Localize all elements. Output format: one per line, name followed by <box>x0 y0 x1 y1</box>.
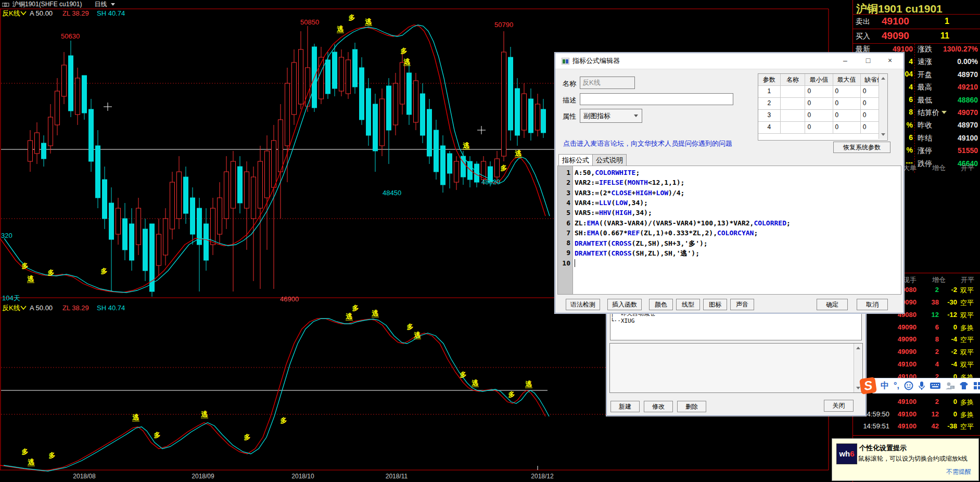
param-cell[interactable] <box>781 86 806 97</box>
param-cell[interactable]: 2 <box>758 98 781 109</box>
svg-text:A 50.00: A 50.00 <box>30 9 53 17</box>
param-cell[interactable]: 0 <box>833 122 861 133</box>
close-button[interactable]: 关闭 <box>824 400 854 412</box>
syntax-check-button[interactable]: 语法检测 <box>566 299 600 310</box>
code-line[interactable] <box>575 259 901 269</box>
app-window: 沪铜1901(SHFE cu1901) 日线 多逃多多逃多逃多逃逃多逃多逃多逃多… <box>0 0 980 482</box>
person-icon[interactable]: 11 <box>945 382 954 390</box>
code-line[interactable]: A:50,COLORWHITE; <box>575 169 901 179</box>
svg-text:逃: 逃 <box>201 410 208 418</box>
svg-text:多: 多 <box>22 262 29 270</box>
panel-icon[interactable] <box>973 382 980 390</box>
notification-body: 鼠标滚轮，可以设为切换合约或缩放k线 <box>858 454 974 463</box>
cancel-button[interactable]: 取消 <box>857 299 888 310</box>
svg-text:多: 多 <box>22 448 29 455</box>
maximize-button[interactable]: □ <box>857 53 880 68</box>
formula-tree[interactable]: ├··昨天自动减仓 └··XIUG <box>610 313 862 340</box>
line-style-button[interactable]: 线型 <box>676 299 700 310</box>
line-number: 10 <box>558 259 570 269</box>
param-scrollbar[interactable] <box>879 74 887 139</box>
svg-text:多: 多 <box>401 47 408 55</box>
code-line[interactable]: VAR5:=HHV(HIGH,34); <box>575 209 901 219</box>
svg-text:多: 多 <box>460 371 467 378</box>
notification-popup: wh6 个性化设置提示 鼠标滚轮，可以设为切换合约或缩放k线 不需提醒 <box>832 438 979 481</box>
dialog-titlebar[interactable]: 指标公式编辑器 – □ × <box>555 53 903 69</box>
delete-button[interactable]: 删除 <box>677 401 706 412</box>
tree-item[interactable]: XIUG <box>621 318 635 324</box>
minimize-button[interactable]: – <box>834 53 857 68</box>
line-number: 8 <box>558 239 570 249</box>
param-cell[interactable] <box>781 98 806 109</box>
tree-item[interactable]: 昨天自动减仓 <box>621 313 655 317</box>
attr-label: 属性 <box>563 112 576 121</box>
restore-params-button[interactable]: 恢复系统参数 <box>833 142 890 153</box>
code-line[interactable]: DRAWTEXT(CROSS(SH,ZL),SH,'逃'); <box>575 249 901 259</box>
attr-select[interactable]: 副图指标 <box>580 109 642 123</box>
param-cell[interactable]: 0 <box>805 86 833 97</box>
formula-description-box <box>609 343 863 393</box>
svg-text:多: 多 <box>407 323 414 331</box>
modify-button[interactable]: 修改 <box>644 401 673 412</box>
smiley-icon[interactable] <box>904 381 913 390</box>
name-label: 名称 <box>563 79 576 88</box>
name-field[interactable]: 反K线 <box>580 77 635 89</box>
keyboard-icon[interactable] <box>930 382 940 389</box>
new-button[interactable]: 新建 <box>610 401 640 412</box>
code-editor[interactable]: 1A:50,COLORWHITE;2VAR2:=IFELSE(MONTH<12,… <box>557 166 901 295</box>
param-cell[interactable]: 0 <box>805 98 833 109</box>
svg-text:ZL 38.29: ZL 38.29 <box>62 304 89 312</box>
dismiss-link[interactable]: 不需提醒 <box>946 467 971 476</box>
insert-function-button[interactable]: 插入函数 <box>607 299 642 310</box>
svg-text:2018/09: 2018/09 <box>192 473 214 480</box>
ask-price: 49100 <box>882 16 909 27</box>
forum-link[interactable]: 点击进入麦语言论坛，向文华技术人员提问你遇到的问题 <box>563 139 732 148</box>
param-cell[interactable]: 0 <box>805 122 833 133</box>
tab-formula[interactable]: 指标公式 <box>558 154 593 166</box>
param-cell[interactable]: 1 <box>758 86 781 97</box>
code-line[interactable]: ZL:EMA((VAR3-VAR4)/(VAR5-VAR4)*100,13)*V… <box>575 219 901 229</box>
param-cell[interactable]: 0 <box>805 110 833 121</box>
mic-icon[interactable] <box>918 381 925 390</box>
skin-icon[interactable] <box>959 382 969 390</box>
svg-text:逃: 逃 <box>525 380 532 388</box>
param-cell[interactable]: 0 <box>833 110 861 121</box>
code-line[interactable]: VAR3:=(2*CLOSE+HIGH+LOW)/4; <box>575 189 901 199</box>
sogou-input-bar[interactable]: S 中 °, 11 <box>860 378 980 394</box>
bid-qty: 11 <box>926 31 949 41</box>
param-cell[interactable] <box>781 110 806 121</box>
param-cell[interactable]: 3 <box>758 110 781 121</box>
svg-text:46900: 46900 <box>280 295 299 303</box>
color-button[interactable]: 颜色 <box>649 299 673 310</box>
svg-text:11: 11 <box>951 386 953 389</box>
param-table[interactable]: 参数名称最小值最大值缺省值1000200030004000 <box>758 73 888 141</box>
formula-editor-dialog: 指标公式编辑器 – □ × 名称 反K线 描述 属性 副图指标 参数名称最小值最… <box>555 53 904 313</box>
ask-qty: 1 <box>926 17 949 26</box>
ime-mode-toggle[interactable]: 中 <box>881 380 889 391</box>
code-line[interactable]: SH:EMA(0.667*REF(ZL,1)+0.333*ZL,2),COLOR… <box>575 229 901 239</box>
code-line[interactable]: DRAWTEXT(CROSS(ZL,SH),SH+3,'多'); <box>575 239 901 249</box>
sogou-logo-icon[interactable]: S <box>859 377 877 395</box>
param-cell[interactable]: 4 <box>758 122 781 133</box>
dialog-app-icon <box>562 58 569 65</box>
svg-text:反K线: 反K线 <box>2 304 20 312</box>
code-line[interactable]: VAR2:=IFELSE(MONTH<12,1,1); <box>575 179 901 188</box>
desc-field[interactable] <box>580 93 733 105</box>
svg-text:逃: 逃 <box>337 25 344 33</box>
tab-description[interactable]: 公式说明 <box>592 154 627 166</box>
close-icon[interactable]: × <box>879 53 901 68</box>
svg-text:2018/11: 2018/11 <box>386 473 408 480</box>
svg-text:逃: 逃 <box>372 309 379 317</box>
svg-text:SH 40.74: SH 40.74 <box>97 304 125 312</box>
formula-manager-dialog: ├··昨天自动减仓 └··XIUG 新建 修改 删除 关闭 <box>606 311 866 416</box>
ok-button[interactable]: 确定 <box>817 299 848 310</box>
sound-button[interactable]: 声音 <box>730 299 754 310</box>
param-cell[interactable]: 0 <box>833 98 861 109</box>
svg-text:48620: 48620 <box>481 178 500 186</box>
icon-button[interactable]: 图标 <box>703 299 727 310</box>
svg-text:50630: 50630 <box>61 32 80 40</box>
param-cell[interactable] <box>781 122 806 133</box>
punct-toggle[interactable]: °, <box>894 381 899 390</box>
param-cell[interactable]: 0 <box>833 86 861 97</box>
code-line[interactable]: VAR4:=LLV(LOW,34); <box>575 199 901 209</box>
svg-text:多: 多 <box>281 416 287 424</box>
